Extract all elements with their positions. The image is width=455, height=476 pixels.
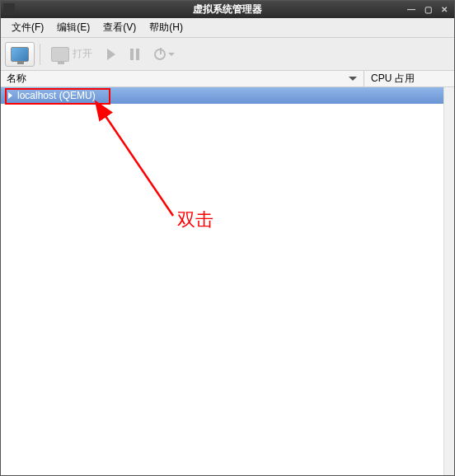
power-button[interactable] bbox=[148, 42, 181, 67]
column-name-label: 名称 bbox=[7, 72, 26, 86]
new-vm-button[interactable] bbox=[5, 42, 35, 67]
connection-label: localhost (QEMU) bbox=[17, 90, 96, 101]
menu-edit[interactable]: 编辑(E) bbox=[50, 18, 96, 37]
toolbar-separator bbox=[40, 44, 40, 65]
vertical-scrollbar[interactable] bbox=[443, 87, 455, 476]
window-title: 虚拟系统管理器 bbox=[193, 2, 262, 16]
open-label: 打开 bbox=[73, 47, 92, 61]
chevron-down-icon bbox=[168, 53, 175, 56]
play-icon bbox=[107, 49, 115, 60]
maximize-button[interactable]: ▢ bbox=[420, 3, 435, 15]
monitor-icon bbox=[51, 47, 69, 62]
menu-file[interactable]: 文件(F) bbox=[5, 18, 50, 37]
app-icon bbox=[3, 3, 15, 15]
column-headers: 名称 CPU 占用 bbox=[0, 71, 455, 87]
sort-indicator-icon bbox=[349, 77, 357, 81]
vm-list: localhost (QEMU) bbox=[0, 87, 455, 476]
menu-help[interactable]: 帮助(H) bbox=[143, 18, 190, 37]
minimize-button[interactable]: — bbox=[404, 3, 419, 15]
column-cpu-label: CPU 占用 bbox=[371, 72, 415, 86]
open-button[interactable]: 打开 bbox=[45, 42, 98, 67]
play-button[interactable] bbox=[101, 42, 121, 67]
window-controls: — ▢ ✕ bbox=[404, 3, 452, 15]
titlebar: 虚拟系统管理器 — ▢ ✕ bbox=[0, 0, 455, 18]
menu-view[interactable]: 查看(V) bbox=[96, 18, 143, 37]
menubar: 文件(F) 编辑(E) 查看(V) 帮助(H) bbox=[0, 18, 455, 38]
pause-icon bbox=[130, 49, 139, 60]
connection-row[interactable]: localhost (QEMU) bbox=[0, 87, 455, 104]
pause-button[interactable] bbox=[124, 42, 145, 67]
toolbar: 打开 bbox=[0, 38, 455, 71]
power-icon bbox=[154, 49, 166, 60]
monitor-icon bbox=[11, 47, 29, 62]
column-name[interactable]: 名称 bbox=[0, 71, 364, 86]
column-cpu[interactable]: CPU 占用 bbox=[364, 71, 455, 86]
close-button[interactable]: ✕ bbox=[437, 3, 452, 15]
expand-icon bbox=[8, 92, 12, 99]
